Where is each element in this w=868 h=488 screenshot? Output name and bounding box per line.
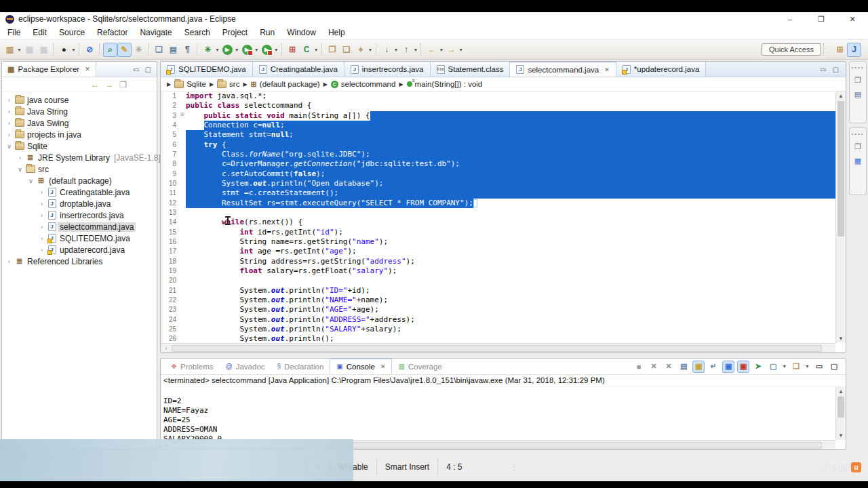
menu-refactor[interactable]: Refactor xyxy=(91,26,134,39)
console-open-button-dropdown-icon[interactable]: ▼ xyxy=(805,364,810,369)
code-line[interactable]: 1import java.sql.*; xyxy=(161,92,835,101)
open-folder-button[interactable]: ❑ xyxy=(340,43,354,57)
new-wizard-button-dropdown-icon[interactable]: ▼ xyxy=(17,47,22,52)
code-line[interactable]: 10 System.out.println("Open database"); xyxy=(161,179,835,188)
mark-occurrences-button[interactable]: ⌕ xyxy=(103,43,117,57)
open-type-button-dropdown-icon[interactable]: ▼ xyxy=(314,47,319,52)
console-output[interactable]: ID=2NAME=FayazAGE=25ADDRESS=OMANSALARY20… xyxy=(161,387,846,441)
open-type-button[interactable]: C xyxy=(300,43,314,57)
editor-tab-sqlitedemojava[interactable]: JSQLITEDEMO.java xyxy=(161,62,253,77)
tree-item[interactable]: ›≣JRE System Library[JavaSE-1.8] xyxy=(2,152,157,163)
code-line[interactable]: 23 System.out.println("AGE="+age); xyxy=(161,305,835,314)
console-remove-all-button[interactable]: ✕ xyxy=(663,361,675,373)
run-button-dropdown-icon[interactable]: ▼ xyxy=(235,47,239,52)
minimize-editor-icon[interactable]: ▭ xyxy=(820,66,826,73)
code-line[interactable]: 21 System.out.println("ID="+id); xyxy=(161,286,835,296)
editor-tab-creatingatablejava[interactable]: JCreatingatable.java xyxy=(253,62,344,77)
code-line[interactable]: 17 int age =rs.getInt("age"); xyxy=(161,247,835,256)
profile-button[interactable]: ▶ xyxy=(260,43,274,57)
tree-item[interactable]: ›Jdroptable.java xyxy=(2,198,157,209)
tree-item[interactable]: ›projects in java xyxy=(2,129,157,140)
code-editor[interactable]: 1import java.sql.*;2public class selectc… xyxy=(161,92,835,343)
minimize-button[interactable]: – xyxy=(774,12,806,26)
console-tab-coverage[interactable]: ▥Coverage xyxy=(392,359,448,374)
console-tab-problems[interactable]: ❖Problems xyxy=(165,359,220,374)
menu-edit[interactable]: Edit xyxy=(26,26,53,39)
console-pin-button[interactable]: ➤ xyxy=(752,361,764,373)
expander-icon[interactable]: › xyxy=(5,108,14,115)
drag-handle-icon[interactable]: •••• xyxy=(851,64,864,70)
minimize-view-icon[interactable]: ▭ xyxy=(133,66,139,73)
breadcrumb-item[interactable]: main(String[]) : void xyxy=(407,80,483,88)
code-line[interactable]: 2public class selectcommand { xyxy=(161,101,835,110)
scrollbar-thumb[interactable] xyxy=(172,345,822,352)
breadcrumb-item[interactable]: Cselectcommand xyxy=(331,80,396,88)
menu-file[interactable]: File xyxy=(1,26,26,39)
expander-icon[interactable]: ∨ xyxy=(16,166,24,173)
account-button[interactable]: ● xyxy=(57,43,71,57)
console-tab-javadoc[interactable]: @Javadoc xyxy=(220,359,271,374)
tree-item[interactable]: ∨⊞(default package) xyxy=(2,175,157,186)
quick-access-box[interactable]: Quick Access xyxy=(762,43,821,56)
maximize-editor-icon[interactable]: ▢ xyxy=(833,66,839,73)
back-button-dropdown-icon[interactable]: ▼ xyxy=(439,47,443,52)
forward-button-dropdown-icon[interactable]: ▼ xyxy=(458,47,463,52)
expander-icon[interactable]: ∨ xyxy=(5,143,14,150)
code-line[interactable]: 8 c=DriverManager.getConnection("jdbc:sq… xyxy=(161,159,835,169)
expander-icon[interactable]: › xyxy=(5,120,14,127)
java-perspective-button[interactable]: J xyxy=(847,43,861,57)
code-line[interactable]: 16 String name=rs.getString("name"); xyxy=(161,237,835,247)
forward-button[interactable]: → xyxy=(444,43,458,57)
menu-search[interactable]: Search xyxy=(178,26,216,39)
console-tab-declaration[interactable]: §Declaration xyxy=(271,359,330,374)
code-line[interactable]: 12 ResultSet rs=stmt.executeQuery("SELEC… xyxy=(161,199,835,208)
task-list-icon[interactable]: ▤ xyxy=(854,90,861,99)
expander-icon[interactable]: › xyxy=(16,155,24,161)
breadcrumb-item[interactable]: Sqlite xyxy=(174,80,206,88)
code-line[interactable]: 25 System.out.println("SALARY"+salary); xyxy=(161,325,835,334)
previous-annotation-button-dropdown-icon[interactable]: ▼ xyxy=(394,47,399,52)
tree-item[interactable]: ›Java Swing xyxy=(2,117,157,129)
fold-marker-icon[interactable]: ⊖ xyxy=(178,111,186,121)
console-tab-console[interactable]: ▣Console✕ xyxy=(330,359,392,374)
show-whitespace-button[interactable]: ¶ xyxy=(180,43,195,57)
code-line[interactable]: 7 Class.forName("org.sqlite.JDBC"); xyxy=(161,150,835,159)
code-line[interactable]: 11 stmt =c.createStatement(); xyxy=(161,188,835,198)
tree-item[interactable]: ›Java String xyxy=(2,106,157,117)
debug-button[interactable]: ✳ xyxy=(201,43,215,57)
close-icon[interactable]: ✕ xyxy=(604,66,610,73)
code-line[interactable]: 14 while(rs.next()) { xyxy=(161,218,835,227)
menu-run[interactable]: Run xyxy=(254,26,281,39)
code-line[interactable]: 5 Statement stmt=null; xyxy=(161,130,835,140)
new-java-class-button[interactable]: ❏ xyxy=(152,43,166,57)
debug-button-dropdown-icon[interactable]: ▼ xyxy=(215,47,220,52)
menu-navigate[interactable]: Navigate xyxy=(134,26,178,39)
restore-button[interactable]: ❐ xyxy=(806,12,837,26)
open-perspective-button[interactable]: ⊞ xyxy=(833,43,847,57)
back-button[interactable]: ← xyxy=(425,43,439,57)
expander-icon[interactable]: › xyxy=(37,189,46,196)
console-clear-button[interactable]: ▤ xyxy=(677,361,690,373)
scrollbar-thumb[interactable] xyxy=(837,101,844,237)
console-maximize-button[interactable]: ▢ xyxy=(828,361,840,373)
restore-view-icon[interactable]: ❐ xyxy=(854,76,861,85)
format-button[interactable]: ✎ xyxy=(117,43,132,57)
menu-window[interactable]: Window xyxy=(281,26,322,39)
task-list-button[interactable]: ▤ xyxy=(166,43,180,57)
code-line[interactable]: 19 float salary=rs.getFloat("salary"); xyxy=(161,266,835,276)
breadcrumb-item[interactable]: ⊞(default package) xyxy=(251,80,320,89)
expander-icon[interactable]: › xyxy=(5,97,14,104)
next-annotation-button-dropdown-icon[interactable]: ▼ xyxy=(413,47,418,52)
open-resource-button[interactable]: ❐ xyxy=(326,43,340,57)
console-remove-launch-button[interactable]: ✕ xyxy=(648,361,660,373)
run-button[interactable]: ▶ xyxy=(220,43,235,57)
maximize-view-icon[interactable]: ▢ xyxy=(145,66,151,73)
scroll-up-icon[interactable]: ▲ xyxy=(836,93,846,99)
skip-breakpoints-button[interactable]: ⊘ xyxy=(83,43,97,57)
scroll-down-icon[interactable]: ▼ xyxy=(836,336,846,342)
sleeping-refresh-button[interactable]: ✳ xyxy=(132,43,146,57)
menu-help[interactable]: Help xyxy=(322,26,351,39)
close-icon[interactable]: ✕ xyxy=(85,66,90,73)
code-line[interactable]: 15 int id=rs.getInt("id"); xyxy=(161,228,835,237)
profile-button-dropdown-icon[interactable]: ▼ xyxy=(274,47,279,52)
